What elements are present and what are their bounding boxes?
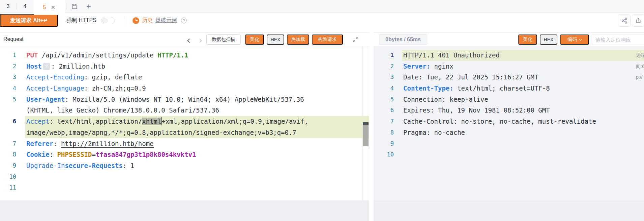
code-segment: : (50, 151, 57, 158)
line-number: 11 (0, 182, 16, 193)
line-number: 10 (374, 149, 394, 160)
editor-row[interactable]: 11 (0, 182, 369, 193)
editor-row[interactable]: (KHTML, like Gecko) Chrome/138.0.0.0 Saf… (0, 105, 369, 116)
line-number: 3 (374, 72, 394, 83)
packet-scan-button[interactable]: 数据包扫描 (206, 34, 241, 45)
encode-dropdown-button[interactable]: 编码 (560, 34, 589, 45)
save-tab-button[interactable] (69, 2, 80, 11)
line-number: 6 (374, 105, 394, 116)
code-segment: : 2million.htb (51, 63, 105, 70)
code-segment: text/html; charset=UTF-8 (453, 84, 550, 92)
code-segment: Cookie (26, 151, 50, 158)
line-number: 1 (0, 50, 16, 61)
editor-row[interactable]: 5Connection: keep-alive (374, 94, 644, 105)
host-hint-badge[interactable]: ? (43, 63, 50, 70)
app: { "colors": { "accent": "#ee7e32", "line… (0, 0, 644, 221)
force-https-toggle[interactable] (101, 17, 115, 24)
line-number: 2 (374, 61, 394, 72)
scrollbar-selection-marker[interactable] (363, 125, 369, 146)
export-button[interactable] (632, 14, 644, 27)
fullscreen-icon (352, 36, 359, 43)
code-segment: : 1 (123, 162, 134, 169)
line-number: 6 (0, 116, 16, 127)
tab-4[interactable]: 4 (16, 0, 34, 13)
prev-request-button[interactable] (188, 38, 191, 44)
line-number: 10 (0, 171, 16, 182)
code-segment: Accept (26, 118, 50, 125)
close-tab-icon[interactable]: ✕ (51, 5, 55, 10)
editor-row[interactable]: 1HTTP/1.1 401 Unauthorized (374, 50, 644, 61)
editor-row[interactable]: 3Accept-Encoding: gzip, deflate (0, 72, 369, 83)
panel-divider-gap[interactable] (369, 32, 374, 221)
response-editor[interactable]: 1HTTP/1.1 401 Unauthorized2Server: nginx… (374, 46, 644, 200)
editor-row[interactable]: 2Host?: 2million.htb (0, 61, 369, 72)
hotload-button[interactable]: 热加载 (287, 34, 309, 45)
edge-fragment: 远端 (636, 50, 644, 61)
edge-fragment: p:// (636, 72, 644, 83)
export-icon (635, 17, 642, 24)
tab-4-label: 4 (24, 3, 27, 9)
editor-row[interactable]: 7Referer: http://2million.htb/home (0, 138, 369, 149)
code-segment: HTTP/1.1 (157, 51, 188, 59)
line-number: 4 (0, 83, 16, 94)
code-segment: image/webp,image/apng,*/*;q=0.8,applicat… (26, 129, 296, 136)
code-segment: secure-Requests (65, 162, 123, 169)
locate-response-input[interactable] (592, 34, 644, 45)
code-segment: xhtml (142, 118, 161, 125)
editor-row[interactable]: 9 (374, 138, 644, 149)
toggle-knob (102, 18, 108, 23)
code-segment: = (92, 151, 95, 158)
tab-3[interactable]: 3 (0, 0, 16, 13)
code-segment: Referer (26, 140, 53, 147)
request-editor[interactable]: 1PUT /api/v1/admin/settings/update HTTP/… (0, 46, 369, 200)
new-tab-button[interactable]: + (83, 2, 94, 11)
code-segment: Server: (403, 63, 430, 70)
code-segment: Accept-Language (26, 84, 84, 92)
line-number: 3 (0, 72, 16, 83)
editor-row[interactable]: 8Pragma: no-cache (374, 127, 644, 138)
code-segment: : Mozilla/5.0 (Windows NT 10.0; Win64; x… (65, 96, 304, 103)
beautify-response-button[interactable]: 美化 (518, 34, 537, 45)
share-button[interactable] (618, 14, 631, 27)
code-segment: HTTP/1.1 401 Unauthorized (403, 51, 500, 59)
editor-row[interactable]: image/webp,image/apng,*/*;q=0.8,applicat… (0, 127, 369, 138)
edge-fragment: 间:6 (636, 61, 644, 72)
fullscreen-button[interactable] (352, 36, 359, 43)
editor-row[interactable]: 4Accept-Language: zh-CN,zh;q=0.9 (0, 83, 369, 94)
tab-5-active[interactable]: 5 ✕ (34, 0, 65, 15)
code-segment: Upgrade-In (26, 162, 65, 169)
line-number: 9 (0, 160, 16, 171)
plus-icon: + (86, 2, 91, 11)
construct-request-button[interactable]: 构造请求 (312, 34, 343, 45)
scrollbar-cursor-marker (363, 122, 369, 125)
line-number: 5 (0, 94, 16, 105)
brute-example-link[interactable]: 爆破示例 (155, 17, 177, 24)
editor-row[interactable]: 6Expires: Thu, 19 Nov 1981 08:52:00 GMT (374, 105, 644, 116)
editor-row[interactable]: 8Cookie: PHPSESSID=tfasa847gp3t1p8k80s4k… (0, 149, 369, 160)
code-segment: (KHTML, like Gecko) Chrome/138.0.0.0 Saf… (26, 106, 219, 114)
editor-row[interactable]: 10 (0, 171, 369, 182)
editor-row[interactable]: 2Server: nginx (374, 61, 644, 72)
code-segment: : (53, 140, 61, 147)
editor-row[interactable]: 7Cache-Control: no-store, no-cache, must… (374, 116, 644, 127)
next-request-button[interactable] (198, 38, 201, 44)
help-icon[interactable]: ? (181, 18, 187, 23)
send-request-button[interactable]: 发送请求 Alt+↵ (0, 14, 58, 27)
editor-row[interactable]: 10 (374, 149, 644, 160)
hex-response-button[interactable]: HEX (540, 34, 557, 45)
editor-row[interactable]: 1PUT /api/v1/admin/settings/update HTTP/… (0, 50, 369, 61)
editor-row[interactable]: 6Accept: text/html,application/xhtml+xml… (0, 116, 369, 127)
editor-row[interactable]: 5User-Agent: Mozilla/5.0 (Windows NT 10.… (0, 94, 369, 105)
editor-row[interactable]: 3Date: Tue, 22 Jul 2025 15:16:27 GMT (374, 72, 644, 83)
editor-row[interactable]: 9Upgrade-Insecure-Requests: 1 (0, 160, 369, 171)
line-number: 5 (374, 94, 394, 105)
request-panel-header: Request 数据包扫描 美化 HEX 热加载 构造请求 (0, 33, 369, 46)
history-link[interactable]: 历史 (142, 17, 153, 24)
line-number: 7 (0, 138, 16, 149)
editor-row[interactable]: 4Content-Type: text/html; charset=UTF-8 (374, 83, 644, 94)
beautify-request-button[interactable]: 美化 (245, 34, 264, 45)
code-segment: nginx (430, 63, 453, 70)
code-segment: +xml,application/xml;q=0.9,image/avif, (162, 118, 308, 125)
response-rows: 1HTTP/1.1 401 Unauthorized2Server: nginx… (374, 50, 644, 160)
hex-request-button[interactable]: HEX (267, 34, 284, 45)
